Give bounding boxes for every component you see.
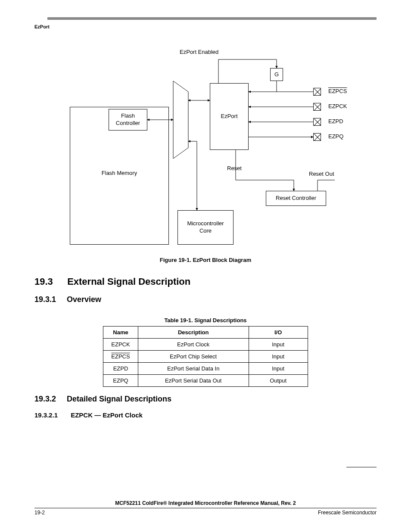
cell-name: EZPD — [103, 363, 138, 375]
cell-name: EZPCK — [103, 339, 138, 351]
heading-title: External Signal Description — [67, 276, 190, 287]
th-desc: Description — [138, 327, 249, 339]
footer-vendor: Freescale Semiconductor — [318, 510, 377, 516]
label-reset-out: Reset Out — [309, 171, 334, 177]
label-pin-ezpq: EZPQ — [328, 133, 343, 140]
label-reset: Reset — [227, 165, 242, 171]
decorative-rule — [346, 467, 377, 467]
box-flash-controller: Flash Controller — [109, 109, 147, 131]
th-io: I/O — [249, 327, 308, 339]
th-name: Name — [103, 327, 138, 339]
cell-desc: EzPort Clock — [138, 339, 249, 351]
heading-title: Overview — [67, 295, 101, 304]
heading-num: 19.3.1 — [34, 295, 65, 304]
footer-center: MCF52211 ColdFire® Integrated Microcontr… — [0, 500, 411, 506]
table-row: EZPD EzPort Serial Data In Input — [103, 363, 308, 375]
label-ezport-enabled: EzPort Enabled — [180, 49, 218, 55]
footer-rule — [34, 508, 377, 508]
block-diagram: EzPort Enabled G Flash Controller EzPort… — [50, 51, 361, 253]
heading-num: 19.3.2.1 — [34, 411, 69, 419]
running-head: EzPort — [34, 24, 377, 29]
label-pin-ezpcs: EZPCS — [328, 88, 347, 94]
heading-19-3-2-1: 19.3.2.1 EZPCK — EzPort Clock — [34, 411, 377, 419]
figure-caption: Figure 19-1. EzPort Block Diagram — [34, 257, 377, 263]
cell-io: Input — [249, 339, 308, 351]
table-row: EZPQ EzPort Serial Data Out Output — [103, 375, 308, 387]
cell-io: Output — [249, 375, 308, 387]
cell-desc: EzPort Serial Data Out — [138, 375, 249, 387]
box-reset-controller: Reset Controller — [266, 191, 326, 206]
pin-ezpcs — [313, 88, 321, 96]
label-pin-ezpck: EZPCK — [328, 103, 347, 109]
pin-ezpck — [313, 103, 321, 111]
cell-io: Input — [249, 351, 308, 363]
cell-io: Input — [249, 363, 308, 375]
footer-page-number: 19-2 — [34, 510, 45, 516]
box-ezport: EzPort — [210, 83, 249, 150]
table-row: EZPCS EzPort Chip Select Input — [103, 351, 308, 363]
table-caption: Table 19-1. Signal Descriptions — [34, 317, 377, 324]
label-pin-ezpd: EZPD — [328, 118, 343, 124]
heading-num: 19.3 — [34, 276, 65, 287]
box-g: G — [270, 68, 283, 81]
pin-ezpq — [313, 133, 321, 141]
heading-title: EZPCK — EzPort Clock — [71, 411, 143, 419]
heading-title: Detailed Signal Descriptions — [67, 395, 171, 403]
signal-table: Name Description I/O EZPCK EzPort Clock … — [103, 326, 308, 387]
top-rule — [47, 17, 377, 20]
table-row: EZPCK EzPort Clock Input — [103, 339, 308, 351]
heading-19-3-2: 19.3.2 Detailed Signal Descriptions — [34, 395, 377, 404]
svg-marker-3 — [173, 81, 188, 159]
pin-ezpd — [313, 118, 321, 126]
table-header-row: Name Description I/O — [103, 327, 308, 339]
cell-desc: EzPort Chip Select — [138, 351, 249, 363]
cell-name: EZPQ — [103, 375, 138, 387]
cell-name: EZPCS — [103, 351, 138, 363]
heading-num: 19.3.2 — [34, 395, 65, 404]
page: EzPort — [0, 0, 411, 532]
heading-19-3: 19.3 External Signal Description — [34, 276, 377, 287]
heading-19-3-1: 19.3.1 Overview — [34, 295, 377, 304]
box-mcu-core: Microcontroller Core — [177, 210, 234, 245]
cell-desc: EzPort Serial Data In — [138, 363, 249, 375]
